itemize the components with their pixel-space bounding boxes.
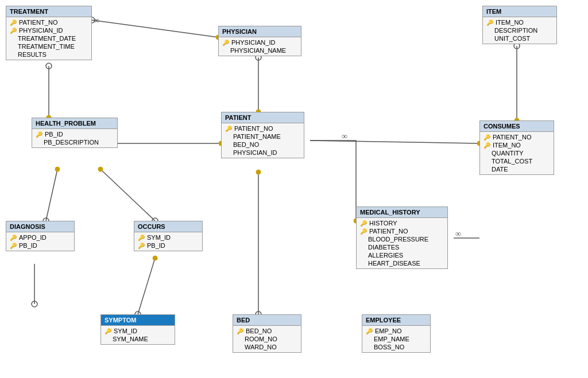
field-label: PHYSICIAN_ID (231, 39, 275, 46)
symptom-table-header: SYMPTOM (101, 315, 175, 326)
field-label: SYM_ID (147, 234, 171, 241)
field-label: SYM_ID (114, 328, 137, 334)
key-icon: 🔑 (10, 243, 17, 249)
patient-table-body: 🔑 PATIENT_NO PATIENT_NAME BED_NO PHYSICI… (222, 123, 304, 158)
diagnosis-table[interactable]: DIAGNOSIS 🔑 APPO_ID 🔑 PB_ID (6, 221, 75, 251)
medical-history-table-body: 🔑 HISTORY 🔑 PATIENT_NO BLOOD_PRESSURE DI… (357, 218, 447, 268)
key-icon: 🔑 (483, 134, 490, 141)
mh-field-blood-pressure: BLOOD_PRESSURE (357, 235, 447, 243)
diag-field-pb: 🔑 PB_ID (6, 241, 74, 250)
occurs-table-body: 🔑 SYM_ID 🔑 PB_ID (134, 232, 202, 251)
medical-history-table[interactable]: MEDICAL_HISTORY 🔑 HISTORY 🔑 PATIENT_NO B… (356, 206, 448, 269)
treatment-field-results: RESULTS (6, 50, 91, 59)
consumes-field-total-cost: TOTAL_COST (480, 157, 554, 165)
svg-text:∞: ∞ (342, 132, 347, 141)
svg-line-0 (92, 20, 218, 37)
field-label: PB_ID (45, 131, 63, 138)
field-label: PATIENT_NO (19, 19, 57, 26)
employee-field-name: EMP_NAME (362, 335, 430, 343)
treatment-table-body: 🔑 PATIENT_NO 🔑 PHYSICIAN_ID TREATMENT_DA… (6, 17, 91, 60)
bed-table-body: 🔑 BED_NO ROOM_NO WARD_NO (233, 326, 301, 352)
physician-table-header: PHYSICIAN (219, 26, 301, 37)
field-label: PATIENT_NO (234, 125, 273, 132)
field-label: PATIENT_NO (493, 134, 531, 141)
symptom-field-name: SYM_NAME (101, 335, 175, 343)
treatment-table-header: TREATMENT (6, 6, 91, 17)
field-label: PHYSICIAN_NAME (230, 47, 286, 54)
physician-field-name: PHYSICIAN_NAME (219, 46, 301, 54)
key-icon: 🔑 (138, 235, 145, 241)
employee-field-boss: BOSS_NO (362, 343, 430, 351)
employee-table[interactable]: EMPLOYEE 🔑 EMP_NO EMP_NAME BOSS_NO (362, 314, 431, 353)
physician-table-body: 🔑 PHYSICIAN_ID PHYSICIAN_NAME (219, 37, 301, 56)
bed-table[interactable]: BED 🔑 BED_NO ROOM_NO WARD_NO (233, 314, 301, 353)
health-problem-table[interactable]: HEALTH_PROBLEM 🔑 PB_ID PB_DESCRIPTION (32, 118, 118, 148)
field-label: BLOOD_PRESSURE (368, 236, 428, 243)
occurs-table[interactable]: OCCURS 🔑 SYM_ID 🔑 PB_ID (134, 221, 203, 251)
item-field-description: DESCRIPTION (483, 26, 556, 34)
symptom-table-body: 🔑 SYM_ID SYM_NAME (101, 326, 175, 344)
consumes-table-body: 🔑 PATIENT_NO 🔑 ITEM_NO QUANTITY TOTAL_CO… (480, 132, 554, 174)
field-label: PB_DESCRIPTION (44, 139, 99, 146)
field-label: ITEM_NO (493, 142, 521, 149)
consumes-table[interactable]: CONSUMES 🔑 PATIENT_NO 🔑 ITEM_NO QUANTITY… (479, 120, 554, 175)
item-table[interactable]: ITEM 🔑 ITEM_NO DESCRIPTION UNIT_COST (482, 6, 557, 44)
svg-line-12 (310, 141, 479, 143)
key-icon: 🔑 (36, 131, 42, 138)
item-table-header: ITEM (483, 6, 556, 17)
treatment-field-physician-id: 🔑 PHYSICIAN_ID (6, 26, 91, 34)
bed-field-ward: WARD_NO (233, 343, 301, 351)
field-label: EMP_NO (375, 328, 401, 334)
field-label: ITEM_NO (496, 19, 524, 26)
consumes-field-item-no: 🔑 ITEM_NO (480, 141, 554, 149)
patient-field-name: PATIENT_NAME (222, 133, 304, 141)
mh-field-allergies: ALLERGIES (357, 251, 447, 259)
field-label: QUANTITY (492, 150, 524, 157)
key-icon: 🔑 (237, 328, 243, 334)
treatment-field-date: TREATMENT_DATE (6, 34, 91, 42)
diag-field-appo: 🔑 APPO_ID (6, 233, 74, 241)
patient-table-header: PATIENT (222, 112, 304, 123)
field-label: UNIT_COST (494, 35, 530, 42)
bed-field-no: 🔑 BED_NO (233, 327, 301, 335)
field-label: HISTORY (369, 220, 397, 227)
mh-field-heart-disease: HEART_DISEASE (357, 259, 447, 267)
patient-field-bed: BED_NO (222, 141, 304, 149)
consumes-field-quantity: QUANTITY (480, 149, 554, 157)
treatment-field-patient-no: 🔑 PATIENT_NO (6, 18, 91, 26)
field-label: TREATMENT_TIME (18, 43, 75, 50)
svg-line-19 (100, 169, 155, 221)
patient-table[interactable]: PATIENT 🔑 PATIENT_NO PATIENT_NAME BED_NO… (221, 112, 304, 158)
key-icon: 🔑 (10, 235, 17, 241)
diagnosis-table-header: DIAGNOSIS (6, 221, 74, 232)
svg-point-26 (153, 256, 157, 260)
svg-point-29 (256, 170, 261, 174)
svg-line-25 (138, 258, 155, 314)
key-icon: 🔑 (366, 328, 373, 334)
symptom-table[interactable]: SYMPTOM 🔑 SYM_ID SYM_NAME (100, 314, 175, 345)
consumes-field-date: DATE (480, 165, 554, 173)
medical-history-table-header: MEDICAL_HISTORY (357, 207, 447, 218)
item-field-unit-cost: UNIT_COST (483, 34, 556, 42)
svg-text:∞: ∞ (455, 229, 461, 238)
svg-text:∞: ∞ (94, 16, 99, 25)
bed-field-room: ROOM_NO (233, 335, 301, 343)
key-icon: 🔑 (360, 220, 367, 227)
field-label: DATE (492, 166, 508, 173)
occurs-table-header: OCCURS (134, 221, 202, 232)
field-label: EMP_NAME (374, 336, 409, 342)
physician-table[interactable]: PHYSICIAN 🔑 PHYSICIAN_ID PHYSICIAN_NAME (218, 26, 301, 56)
field-label: TOTAL_COST (492, 158, 532, 165)
field-label: APPO_ID (19, 234, 47, 241)
key-icon: 🔑 (222, 40, 229, 46)
item-table-body: 🔑 ITEM_NO DESCRIPTION UNIT_COST (483, 17, 556, 44)
key-icon: 🔑 (10, 20, 17, 26)
field-label: BOSS_NO (374, 344, 404, 350)
key-icon: 🔑 (138, 243, 145, 249)
treatment-table[interactable]: TREATMENT 🔑 PATIENT_NO 🔑 PHYSICIAN_ID TR… (6, 6, 92, 60)
consumes-field-patient-no: 🔑 PATIENT_NO (480, 133, 554, 141)
key-icon: 🔑 (483, 142, 490, 149)
employee-table-body: 🔑 EMP_NO EMP_NAME BOSS_NO (362, 326, 430, 352)
employee-table-header: EMPLOYEE (362, 315, 430, 326)
treatment-field-time: TREATMENT_TIME (6, 42, 91, 50)
